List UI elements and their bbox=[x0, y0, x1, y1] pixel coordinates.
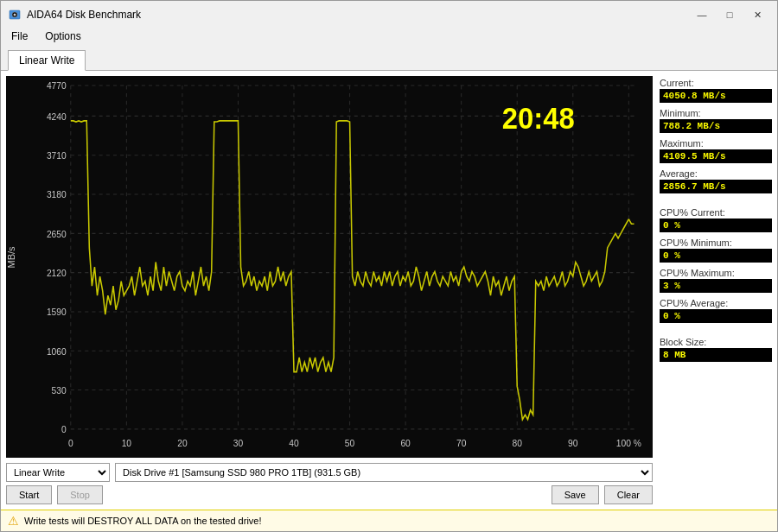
close-button[interactable]: ✕ bbox=[744, 6, 770, 23]
svg-text:50: 50 bbox=[345, 437, 354, 447]
main-window: AIDA64 Disk Benchmark — □ ✕ File Options… bbox=[0, 0, 778, 532]
block-size-value: 8 MB bbox=[660, 348, 772, 362]
sidebar: Current: 4050.8 MB/s Minimum: 788.2 MB/s… bbox=[660, 76, 772, 504]
menu-options[interactable]: Options bbox=[41, 28, 84, 44]
window-title: AIDA64 Disk Benchmark bbox=[27, 9, 141, 21]
stop-button[interactable]: Stop bbox=[57, 485, 103, 504]
svg-text:1590: 1590 bbox=[47, 307, 67, 317]
svg-text:60: 60 bbox=[400, 437, 410, 447]
maximum-value: 4109.5 MB/s bbox=[660, 149, 772, 163]
save-button[interactable]: Save bbox=[552, 485, 599, 504]
maximize-button[interactable]: □ bbox=[717, 6, 743, 23]
average-stat: Average: 2856.7 MB/s bbox=[660, 168, 772, 193]
menu-bar: File Options bbox=[1, 27, 777, 46]
maximum-stat: Maximum: 4109.5 MB/s bbox=[660, 138, 772, 163]
minimum-stat: Minimum: 788.2 MB/s bbox=[660, 108, 772, 133]
warning-text: Write tests will DESTROY ALL DATA on the… bbox=[24, 516, 262, 526]
minimum-value: 788.2 MB/s bbox=[660, 119, 772, 133]
svg-text:3710: 3710 bbox=[47, 150, 67, 161]
svg-text:90: 90 bbox=[568, 437, 577, 447]
block-size-stat: Block Size: 8 MB bbox=[660, 337, 772, 362]
start-button[interactable]: Start bbox=[6, 485, 52, 504]
svg-text:20:48: 20:48 bbox=[502, 101, 575, 135]
chart-area: 0 530 1060 1590 2120 2650 3180 3710 4240… bbox=[6, 76, 653, 504]
block-size-label: Block Size: bbox=[660, 337, 772, 347]
cpu-minimum-value: 0 % bbox=[660, 249, 772, 263]
controls-row: Linear Write Disk Drive #1 [Samsung SSD … bbox=[6, 458, 653, 482]
average-value: 2856.7 MB/s bbox=[660, 180, 772, 193]
svg-text:4770: 4770 bbox=[47, 80, 67, 91]
svg-text:1060: 1060 bbox=[47, 345, 67, 356]
cpu-minimum-stat: CPU% Minimum: 0 % bbox=[660, 238, 772, 263]
cpu-average-stat: CPU% Average: 0 % bbox=[660, 298, 772, 323]
svg-text:10: 10 bbox=[122, 437, 131, 447]
minimum-label: Minimum: bbox=[660, 108, 772, 118]
app-icon bbox=[8, 8, 22, 22]
cpu-maximum-label: CPU% Maximum: bbox=[660, 268, 772, 278]
test-type-dropdown[interactable]: Linear Write bbox=[6, 463, 110, 482]
tab-linear-write[interactable]: Linear Write bbox=[8, 50, 86, 71]
svg-text:40: 40 bbox=[289, 437, 298, 447]
cpu-maximum-stat: CPU% Maximum: 3 % bbox=[660, 268, 772, 293]
svg-text:70: 70 bbox=[456, 437, 466, 447]
svg-point-2 bbox=[14, 14, 16, 16]
clear-button[interactable]: Clear bbox=[604, 485, 653, 504]
cpu-average-label: CPU% Average: bbox=[660, 298, 772, 308]
window-controls: — □ ✕ bbox=[689, 6, 770, 23]
tab-bar: Linear Write bbox=[1, 46, 777, 70]
chart-svg: 0 530 1060 1590 2120 2650 3180 3710 4240… bbox=[6, 76, 653, 458]
current-label: Current: bbox=[660, 78, 772, 88]
current-stat: Current: 4050.8 MB/s bbox=[660, 78, 772, 103]
svg-text:100 %: 100 % bbox=[616, 437, 642, 447]
chart-container: 0 530 1060 1590 2120 2650 3180 3710 4240… bbox=[6, 76, 653, 458]
warning-bar: ⚠ Write tests will DESTROY ALL DATA on t… bbox=[1, 510, 777, 531]
svg-text:80: 80 bbox=[513, 437, 522, 447]
svg-text:0: 0 bbox=[61, 424, 67, 434]
main-content: 0 530 1060 1590 2120 2650 3180 3710 4240… bbox=[1, 70, 777, 510]
current-value: 4050.8 MB/s bbox=[660, 89, 772, 103]
svg-text:530: 530 bbox=[52, 385, 67, 396]
svg-text:20: 20 bbox=[177, 437, 187, 447]
average-label: Average: bbox=[660, 168, 772, 179]
drive-dropdown[interactable]: Disk Drive #1 [Samsung SSD 980 PRO 1TB] … bbox=[115, 463, 653, 482]
svg-text:2650: 2650 bbox=[47, 228, 67, 238]
cpu-current-stat: CPU% Current: 0 % bbox=[660, 207, 772, 232]
svg-text:3180: 3180 bbox=[47, 189, 67, 200]
menu-file[interactable]: File bbox=[8, 28, 31, 44]
cpu-current-value: 0 % bbox=[660, 218, 772, 232]
svg-text:2120: 2120 bbox=[47, 268, 67, 278]
cpu-minimum-label: CPU% Minimum: bbox=[660, 238, 772, 248]
cpu-maximum-value: 3 % bbox=[660, 279, 772, 293]
minimize-button[interactable]: — bbox=[689, 6, 715, 23]
title-bar-left: AIDA64 Disk Benchmark bbox=[8, 8, 141, 22]
svg-text:MB/s: MB/s bbox=[7, 246, 17, 268]
cpu-current-label: CPU% Current: bbox=[660, 207, 772, 218]
svg-text:0: 0 bbox=[68, 437, 73, 447]
action-buttons-row: Start Stop Save Clear bbox=[6, 482, 653, 504]
maximum-label: Maximum: bbox=[660, 138, 772, 149]
svg-text:4240: 4240 bbox=[47, 111, 67, 121]
cpu-average-value: 0 % bbox=[660, 309, 772, 323]
svg-text:30: 30 bbox=[233, 437, 243, 447]
title-bar: AIDA64 Disk Benchmark — □ ✕ bbox=[1, 1, 777, 27]
warning-icon: ⚠ bbox=[8, 514, 19, 528]
